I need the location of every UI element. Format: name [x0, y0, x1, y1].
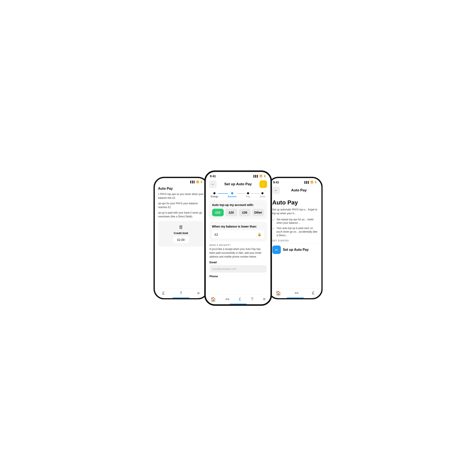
left-phone-content: Auto Pay c PAYG top-ups so you never whe…	[155, 184, 207, 289]
step-dot-energy	[213, 192, 216, 194]
status-bar-left: ▌▌▌ 📶 🔋	[155, 178, 207, 184]
stepper: Energy Amount Pay Done	[206, 190, 271, 199]
left-title: Auto Pay	[158, 187, 204, 190]
signal-icon-center: ▌▌▌	[254, 175, 258, 177]
battery-icon-right: 🔋	[314, 181, 317, 184]
phone-label: Phone	[210, 275, 267, 278]
check-item-1: ✓ Set repeat top-ups for yo... meter whe…	[272, 218, 318, 225]
nav-icon-pound-right[interactable]: £	[312, 290, 314, 295]
nav-icon-help-left[interactable]: ?	[180, 291, 182, 296]
step-label-energy: Energy	[211, 195, 218, 198]
delete-icon[interactable]: 🗑	[179, 224, 183, 230]
step-done: Done	[260, 192, 265, 198]
battery-icon-center: 🔋	[263, 175, 266, 177]
action-icon-center: ⚡	[261, 182, 266, 187]
nav-icon-home-right[interactable]: 🏠	[276, 290, 281, 296]
setup-autopay-button[interactable]: ∞ Set up Auto Pay	[272, 245, 318, 254]
signal-icon-right: ▌▌▌	[305, 181, 309, 184]
receipt-description: If you'd like a receipt when your Auto P…	[210, 247, 267, 259]
back-button-right[interactable]: ←	[272, 187, 280, 194]
step-dot-amount	[231, 192, 233, 194]
right-description: Set up automatic PAYG top-u... forget to…	[272, 208, 318, 215]
nav-header-right: ← Auto Pay	[269, 185, 322, 197]
status-time-center: 9:41	[210, 174, 216, 178]
nav-header-center: ← Set up Auto Pay ⚡	[206, 179, 271, 190]
check-icon-2: ✓	[272, 227, 275, 230]
phone-center: 9:41 ▌▌▌ 📶 🔋 ← Set up Auto Pay ⚡	[204, 170, 272, 306]
amount-options: £10 £20 £30 Other	[212, 209, 264, 216]
nav-icon-help-center[interactable]: ?	[251, 297, 253, 302]
left-credit-card: 🗑 Credit limit £2.00	[158, 221, 204, 247]
amount-btn-30[interactable]: £30	[239, 209, 251, 216]
status-bar-right: 9:41 ▌▌▌ 📶 🔋	[269, 178, 322, 185]
receipt-section: NEED A RECEIPT? If you'd like a receipt …	[209, 244, 267, 278]
nav-icon-usage-center[interactable]: ⚯	[226, 297, 229, 302]
left-text2: op-ups for your PAYG your balance reache…	[158, 202, 204, 209]
phone-left: ▌▌▌ 📶 🔋 Auto Pay c PAYG top-ups so you n…	[153, 177, 208, 299]
step-pay: Pay	[246, 192, 250, 198]
divider-right	[272, 243, 318, 243]
left-text3: op-up is paid with your bank ll never go…	[158, 211, 204, 219]
check-text-2: Your auto top-up is paid card, so you'll…	[277, 226, 318, 237]
nav-icon-home-center[interactable]: 🏠	[211, 297, 216, 302]
bottom-nav-right: 🏠 ⚯ £	[269, 288, 322, 298]
back-arrow-right: ←	[274, 188, 278, 192]
nav-icon-menu-left[interactable]: ≡	[197, 291, 200, 296]
battery-icon-left: 🔋	[200, 181, 203, 183]
credit-value: £2.00	[173, 237, 189, 243]
amount-btn-10[interactable]: £10	[212, 209, 224, 216]
status-bar-center: 9:41 ▌▌▌ 📶 🔋	[206, 172, 271, 179]
right-content: Auto Pay Set up automatic PAYG top-u... …	[269, 197, 322, 288]
setup-btn-icon: ∞	[272, 245, 281, 254]
nav-icon-usage-right[interactable]: ⚯	[295, 290, 298, 296]
wifi-icon-left: 📶	[196, 181, 199, 183]
step-energy: Energy	[211, 192, 218, 198]
phone-right: 9:41 ▌▌▌ 📶 🔋 ← Auto Pay Auto Pay Set up …	[268, 177, 323, 299]
signal-icon-left: ▌▌▌	[190, 181, 195, 183]
credit-label: Credit limit	[174, 232, 188, 235]
action-button-center[interactable]: ⚡	[259, 180, 267, 188]
balance-value: £2	[215, 233, 218, 236]
amount-btn-20[interactable]: £20	[225, 209, 237, 216]
email-label: Email	[210, 261, 267, 264]
get-started-label: GET STARTED	[272, 239, 318, 242]
left-text1: c PAYG top-ups so you never when your ba…	[158, 192, 204, 200]
nav-icon-pound-left[interactable]: £	[162, 291, 165, 296]
amount-section: Auto top-up my account with: £10 £20 £30…	[209, 200, 267, 219]
bottom-nav-center: 🏠 ⚯ £ ? ≡	[206, 294, 271, 304]
balance-section: When my balance is lower than: £2 🔒	[209, 222, 267, 241]
nav-title-center: Set up Auto Pay	[224, 182, 252, 186]
center-content: Auto top-up my account with: £10 £20 £30…	[206, 199, 271, 294]
check-text-1: Set repeat top-ups for yo... meter when …	[277, 218, 318, 225]
wifi-icon-center: 📶	[259, 175, 262, 177]
amount-section-title: Auto top-up my account with:	[212, 203, 264, 207]
back-arrow-center: ←	[211, 182, 215, 186]
setup-btn-label: Set up Auto Pay	[283, 248, 309, 252]
step-line-1	[218, 193, 228, 194]
step-line-3	[250, 193, 260, 194]
check-icon-1: ✓	[272, 218, 275, 221]
step-label-done: Done	[260, 195, 265, 198]
step-label-pay: Pay	[246, 195, 250, 198]
nav-title-right: Auto Pay	[291, 188, 307, 192]
infinity-icon: ∞	[275, 248, 278, 252]
email-input[interactable]: sam@example.com	[210, 265, 267, 272]
balance-input-row[interactable]: £2 🔒	[212, 230, 264, 238]
status-time-right: 9:41	[273, 181, 279, 184]
check-item-2: ✓ Your auto top-up is paid card, so you'…	[272, 226, 318, 237]
receipt-label: NEED A RECEIPT?	[210, 244, 267, 246]
bottom-nav-left: £ ? ≡	[155, 289, 207, 298]
step-dot-pay	[247, 192, 249, 194]
step-amount: Amount	[228, 192, 237, 198]
nav-icon-menu-center[interactable]: ≡	[263, 297, 266, 302]
lock-icon: 🔒	[257, 232, 262, 237]
nav-icon-pound-center[interactable]: £	[239, 297, 241, 302]
amount-btn-other[interactable]: Other	[252, 209, 264, 216]
phones-container: ▌▌▌ 📶 🔋 Auto Pay c PAYG top-ups so you n…	[122, 170, 354, 306]
step-dot-done	[261, 192, 263, 194]
balance-section-title: When my balance is lower than:	[212, 225, 264, 228]
back-button-center[interactable]: ←	[209, 180, 217, 188]
wifi-icon-right: 📶	[310, 181, 313, 184]
step-label-amount: Amount	[228, 195, 237, 198]
step-line-2	[237, 193, 246, 194]
